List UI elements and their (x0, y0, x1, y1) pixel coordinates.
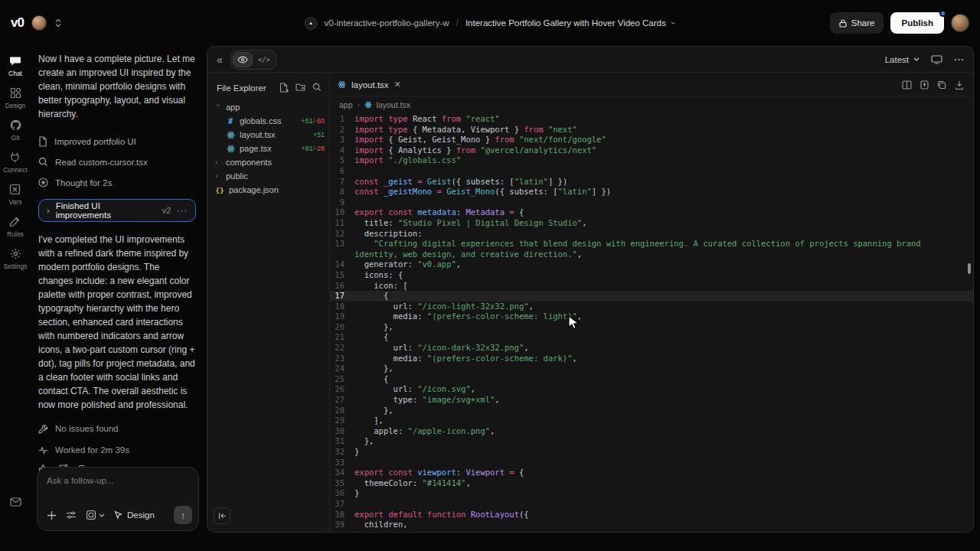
split-editor-icon[interactable] (902, 80, 912, 90)
task-improved-portfolio-ui[interactable]: Improved portfolio UI (38, 131, 196, 152)
rail-item-rules[interactable]: Rules (7, 216, 24, 238)
code-line[interactable]: 6 (330, 166, 973, 177)
code-line[interactable]: 30 apple: "/apple-icon.png", (330, 426, 973, 437)
tree-file-layout-tsx[interactable]: layout.tsx +51 (215, 128, 325, 142)
rail-item-vars[interactable]: Vars (9, 184, 22, 206)
chevron-down-icon[interactable]: › (670, 21, 679, 24)
download-icon[interactable] (955, 80, 964, 90)
code-line[interactable]: 37 (330, 499, 973, 510)
task-thought[interactable]: Thought for 2s (38, 172, 196, 193)
user-avatar[interactable] (951, 14, 969, 32)
breadcrumb-project[interactable]: v0-interactive-portfolio-gallery-w (325, 18, 449, 28)
breadcrumb-folder[interactable]: app (339, 100, 353, 109)
collapse-panel-icon[interactable]: « (217, 54, 223, 66)
new-folder-icon[interactable] (296, 83, 305, 93)
scrollbar-thumb[interactable] (968, 263, 971, 274)
code-line[interactable]: 16 icon: [ (330, 281, 973, 292)
chevron-icon: › (215, 158, 221, 166)
code-line[interactable]: 35 themeColor: "#141414", (330, 478, 973, 489)
model-select[interactable] (86, 510, 105, 520)
code-line[interactable]: 39 children, (330, 520, 973, 530)
tree-folder-components[interactable]: › components (215, 155, 325, 169)
code-line[interactable]: 15 icons: { (330, 270, 973, 281)
file-export-icon[interactable] (920, 80, 929, 90)
tree-file-package-json[interactable]: {} package.json (215, 183, 325, 197)
code-line[interactable]: 38export default function RootLayout({ (330, 510, 973, 520)
mail-icon[interactable] (10, 497, 21, 507)
code-line[interactable]: 22 url: "/icon-dark-32x32.png", (330, 343, 973, 354)
code-line[interactable]: 17 { (330, 291, 973, 302)
code-line[interactable]: 18 url: "/icon-light-32x32.png", (330, 302, 973, 312)
breadcrumb-file[interactable]: layout.tsx (377, 100, 410, 109)
panel-more-icon[interactable] (954, 58, 964, 61)
version-card[interactable]: › Finished UI improvements v2 ··· (38, 199, 196, 222)
rail-item-git[interactable]: Git (10, 119, 21, 142)
breadcrumb-chat-title[interactable]: Interactive Portfolio Gallery with Hover… (466, 18, 666, 28)
ellipsis-icon[interactable]: ··· (177, 206, 188, 215)
composer-input[interactable]: Ask a follow-up... (47, 476, 191, 485)
workspace-avatar[interactable] (31, 15, 47, 31)
code-line[interactable]: 8const _geistMono = Geist_Mono({ subsets… (330, 187, 973, 197)
code-line[interactable]: 34export const viewport: Viewport = { (330, 468, 973, 478)
code-line[interactable]: 25 { (330, 374, 973, 385)
tab-close-icon[interactable]: ✕ (394, 80, 401, 90)
copy-code-icon[interactable] (937, 80, 946, 90)
worked-row[interactable]: Worked for 2m 39s (38, 439, 196, 461)
code-line[interactable]: 7const _geist = Geist({ subsets: ["latin… (330, 177, 973, 187)
code-view-icon[interactable]: </> (254, 52, 274, 67)
code-line[interactable]: 29 ], (330, 416, 973, 426)
v0-logo[interactable]: v0 (11, 15, 24, 31)
workspace-switcher-icon[interactable] (54, 18, 62, 28)
code-line[interactable]: 24 }, (330, 364, 973, 374)
code-line[interactable]: 2import type { Metadata, Viewport } from… (330, 125, 973, 135)
code-line[interactable]: 9 (330, 197, 973, 208)
code-line[interactable]: 21 { (330, 332, 973, 343)
code-line[interactable]: 36} (330, 488, 973, 499)
code-line[interactable]: 27 type: "image/svg+xml", (330, 395, 973, 406)
code-line[interactable]: 14 generator: "v0.app", (330, 259, 973, 270)
code-line[interactable]: 33 (330, 458, 973, 468)
code-line[interactable]: 5import "./globals.css" (330, 155, 973, 166)
device-preview-icon[interactable] (931, 55, 942, 64)
share-button[interactable]: Share (830, 12, 884, 34)
code-line[interactable]: 3import { Geist, Geist_Mono } from "next… (330, 135, 973, 145)
send-button[interactable]: ↑ (174, 506, 192, 524)
settings-sliders-icon[interactable] (66, 510, 77, 520)
code-line[interactable]: 40}: Readonly<{ (330, 530, 973, 532)
publish-button[interactable]: Publish (890, 12, 944, 34)
code-line[interactable]: 26 url: "/icon.svg", (330, 384, 973, 395)
tree-folder-app[interactable]: › app (215, 100, 325, 114)
code-line[interactable]: 19 media: "(prefers-color-scheme: light)… (330, 311, 973, 322)
preview-eye-icon[interactable] (233, 52, 253, 67)
composer[interactable]: Ask a follow-up... Design ↑ (37, 467, 199, 531)
collapse-explorer-button[interactable] (214, 507, 230, 524)
cursor-pointer-icon (114, 510, 122, 520)
version-dropdown[interactable]: Latest (885, 55, 920, 64)
no-issues-row[interactable]: No issues found (38, 418, 196, 439)
tree-folder-public[interactable]: › public (215, 169, 325, 183)
code-lines[interactable]: 1import type React from "react"2import t… (330, 114, 973, 532)
design-mode-button[interactable]: Design (114, 510, 155, 520)
tab-layout-tsx[interactable]: layout.tsx ✕ (338, 80, 401, 90)
task-read-custom-cursor[interactable]: Read custom-cursor.tsx (38, 152, 196, 172)
rail-item-chat[interactable]: Chat (8, 55, 22, 77)
attach-plus-icon[interactable] (47, 510, 57, 520)
code-line[interactable]: 23 media: "(prefers-color-scheme: dark)"… (330, 354, 973, 364)
code-line[interactable]: 28 }, (330, 406, 973, 416)
tree-file-page-tsx[interactable]: page.tsx +81/-28 (215, 142, 325, 155)
tree-file-globals-css[interactable]: # globals.css +51/-50 (215, 114, 325, 128)
code-line[interactable]: 4import { Analytics } from "@vercel/anal… (330, 145, 973, 156)
code-line[interactable]: 13 "Crafting digital experiences that bl… (330, 239, 973, 259)
code-line[interactable]: 31 }, (330, 436, 973, 447)
rail-item-design[interactable]: Design (5, 87, 25, 109)
code-line[interactable]: 11 title: "Studio Pixel | Digital Design… (330, 218, 973, 229)
code-line[interactable]: 10export const metadata: Metadata = { (330, 207, 973, 218)
search-files-icon[interactable] (312, 83, 322, 93)
rail-item-connect[interactable]: Connect (3, 152, 28, 174)
code-line[interactable]: 32} (330, 447, 973, 458)
code-line[interactable]: 20 }, (330, 322, 973, 333)
new-file-icon[interactable] (279, 83, 289, 93)
rail-item-settings[interactable]: Settings (4, 248, 28, 270)
code-line[interactable]: 12 description: (330, 229, 973, 240)
code-line[interactable]: 1import type React from "react" (330, 114, 973, 125)
